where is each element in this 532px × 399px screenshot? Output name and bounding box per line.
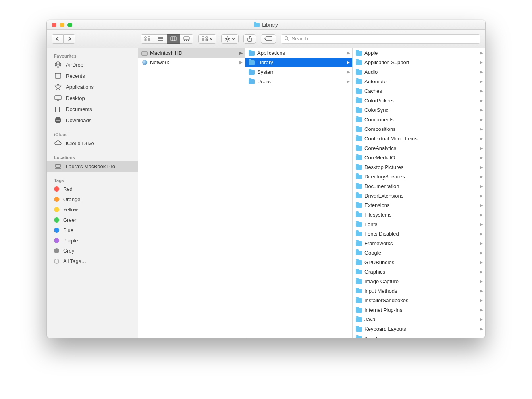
sidebar-item-downloads[interactable]: Downloads xyxy=(47,115,138,126)
list-item[interactable]: Applications▶ xyxy=(245,48,352,58)
tag-red[interactable]: Red xyxy=(47,184,138,194)
list-item[interactable]: Caches▶ xyxy=(353,86,485,96)
list-item[interactable]: Fonts▶ xyxy=(353,219,485,229)
list-item[interactable]: Desktop Pictures▶ xyxy=(353,162,485,172)
list-item[interactable]: DirectoryServices▶ xyxy=(353,172,485,181)
grouping-button[interactable] xyxy=(198,34,216,44)
sidebar-item-desktop[interactable]: Desktop xyxy=(47,92,138,104)
list-item[interactable]: Graphics▶ xyxy=(353,267,485,276)
laptop-icon xyxy=(54,162,62,170)
list-item[interactable]: Internet Plug-Ins▶ xyxy=(353,305,485,315)
sidebar-heading: iCloud xyxy=(47,130,138,138)
folder-icon xyxy=(356,50,362,56)
tag-color-dot xyxy=(54,217,59,223)
list-item[interactable]: Documentation▶ xyxy=(353,181,485,191)
list-item[interactable]: Input Methods▶ xyxy=(353,286,485,295)
folder-icon xyxy=(356,88,362,94)
item-label: CoreMediaIO xyxy=(364,155,477,161)
list-item[interactable]: Apple▶ xyxy=(353,48,485,58)
share-button[interactable] xyxy=(243,34,256,44)
list-item[interactable]: ColorSync▶ xyxy=(353,105,485,115)
list-item[interactable]: Keyboard Layouts▶ xyxy=(353,324,485,334)
tag-grey[interactable]: Grey xyxy=(47,246,138,256)
chevron-right-icon: ▶ xyxy=(239,50,243,56)
list-item[interactable]: Automator▶ xyxy=(353,77,485,86)
list-view-button[interactable] xyxy=(154,34,167,44)
action-button[interactable] xyxy=(221,34,239,44)
tag-all-tags-[interactable]: All Tags… xyxy=(47,256,138,266)
list-item[interactable]: InstallerSandboxes▶ xyxy=(353,295,485,305)
item-label: Keyboard Layouts xyxy=(364,326,477,332)
list-item[interactable]: Audio▶ xyxy=(353,67,485,77)
chevron-right-icon: ▶ xyxy=(480,107,483,113)
column-0: Macintosh HD▶Network▶ xyxy=(138,48,245,338)
list-item[interactable]: Library▶ xyxy=(245,58,352,67)
list-item[interactable]: CoreAnalytics▶ xyxy=(353,143,485,153)
item-label: Graphics xyxy=(364,269,477,275)
chevron-right-icon: ▶ xyxy=(480,250,483,255)
list-item[interactable]: Google▶ xyxy=(353,248,485,257)
list-item[interactable]: ColorPickers▶ xyxy=(353,96,485,105)
search-icon xyxy=(284,36,289,41)
list-item[interactable]: Frameworks▶ xyxy=(353,238,485,248)
tag-blue[interactable]: Blue xyxy=(47,225,138,235)
column-view-button[interactable] xyxy=(167,34,180,44)
item-label: System xyxy=(257,69,344,75)
list-item[interactable]: Image Capture▶ xyxy=(353,276,485,286)
item-label: Java xyxy=(364,317,477,322)
list-item[interactable]: Java▶ xyxy=(353,315,485,324)
list-item[interactable]: Macintosh HD▶ xyxy=(138,48,245,58)
tag-purple[interactable]: Purple xyxy=(47,235,138,246)
nav-buttons xyxy=(52,34,75,44)
sidebar-item-documents[interactable]: Documents xyxy=(47,104,138,115)
sidebar-item-icloud-drive[interactable]: iCloud Drive xyxy=(47,138,138,149)
item-label: Applications xyxy=(257,50,344,56)
search-input[interactable] xyxy=(292,36,477,42)
list-item[interactable]: CoreMediaIO▶ xyxy=(353,153,485,162)
chevron-right-icon: ▶ xyxy=(347,50,350,56)
list-item[interactable]: Components▶ xyxy=(353,115,485,124)
recents-icon xyxy=(54,72,62,80)
forward-button[interactable] xyxy=(64,34,75,44)
folder-icon xyxy=(356,97,362,104)
list-item[interactable]: Fonts Disabled▶ xyxy=(353,229,485,238)
list-item[interactable]: Application Support▶ xyxy=(353,58,485,67)
sidebar-item-laura-s-macbook-pro[interactable]: Laura’s MacBook Pro xyxy=(47,161,138,172)
search-field[interactable] xyxy=(281,34,480,44)
sidebar-heading: Tags xyxy=(47,176,138,184)
back-button[interactable] xyxy=(52,34,64,44)
chevron-right-icon: ▶ xyxy=(480,231,483,236)
item-label: Image Capture xyxy=(364,278,477,284)
sidebar-item-applications[interactable]: Applications xyxy=(47,81,138,92)
tag-green[interactable]: Green xyxy=(47,215,138,225)
svg-rect-34 xyxy=(55,73,61,78)
folder-icon xyxy=(356,116,362,123)
list-item[interactable]: Filesystems▶ xyxy=(353,210,485,219)
list-item[interactable]: Compositions▶ xyxy=(353,124,485,134)
sidebar-item-recents[interactable]: Recents xyxy=(47,70,138,81)
chevron-right-icon: ▶ xyxy=(480,326,483,332)
sidebar-item-label: Downloads xyxy=(66,117,91,123)
list-item[interactable]: DriverExtensions▶ xyxy=(353,191,485,200)
svg-point-33 xyxy=(57,64,58,65)
chevron-right-icon: ▶ xyxy=(480,241,483,246)
chevron-right-icon: ▶ xyxy=(480,298,483,303)
gallery-view-button[interactable] xyxy=(180,34,193,44)
chevron-right-icon: ▶ xyxy=(480,203,483,208)
list-item[interactable]: Users▶ xyxy=(245,77,352,86)
edit-tags-button[interactable] xyxy=(261,34,276,44)
sidebar-item-airdrop[interactable]: AirDrop xyxy=(47,59,138,70)
list-item[interactable]: Network▶ xyxy=(138,58,245,67)
list-item[interactable]: Contextual Menu Items▶ xyxy=(353,134,485,143)
chevron-right-icon: ▶ xyxy=(480,155,483,160)
icon-view-button[interactable] xyxy=(141,34,154,44)
folder-icon xyxy=(356,135,362,142)
list-item[interactable]: Extensions▶ xyxy=(353,200,485,210)
list-item[interactable]: System▶ xyxy=(245,67,352,77)
tag-orange[interactable]: Orange xyxy=(47,194,138,204)
tag-label: Red xyxy=(63,186,73,192)
list-item[interactable]: Keychains▶ xyxy=(353,334,485,338)
chevron-right-icon: ▶ xyxy=(480,317,483,322)
list-item[interactable]: GPUBundles▶ xyxy=(353,257,485,267)
tag-yellow[interactable]: Yellow xyxy=(47,204,138,215)
